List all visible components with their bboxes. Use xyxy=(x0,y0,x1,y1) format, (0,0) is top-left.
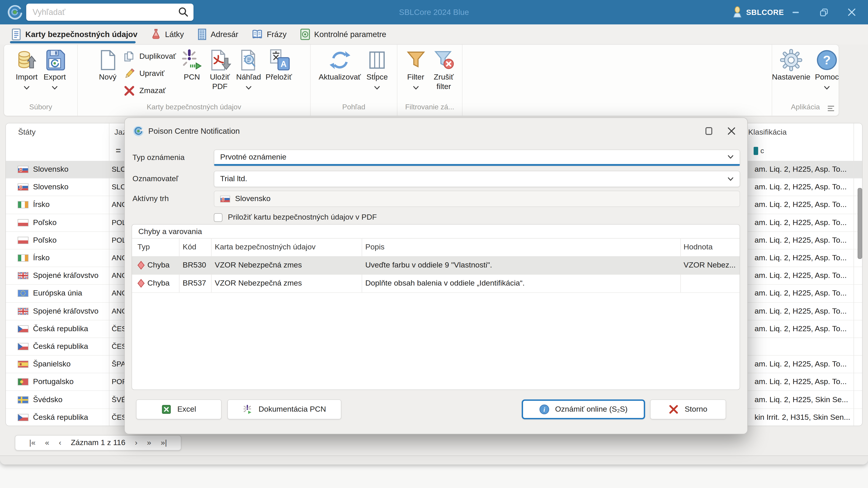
filter-clear-icon xyxy=(432,48,456,72)
tab-label: Karty bezpečnostných údajov xyxy=(25,30,137,39)
dialog-close-button[interactable] xyxy=(727,127,736,135)
classification-cell: am. Liq. 2, H225, Asp. To... xyxy=(754,289,847,298)
ie-flag-icon xyxy=(18,254,29,262)
pcn-documentation-button[interactable]: Dokumentácia PCN xyxy=(227,399,341,419)
last-record-button[interactable]: »| xyxy=(161,438,167,447)
ribbon-button-label2: filter xyxy=(436,82,451,91)
ribbon-button-save-pdf[interactable]: UložiťPDF xyxy=(206,48,234,91)
country-cell: Spojené kráľovstvo xyxy=(33,271,98,280)
ribbon-button-refresh[interactable]: Aktualizovať xyxy=(316,48,363,82)
delete-icon xyxy=(124,85,135,97)
tab-control-parameters[interactable]: Kontrolné parametre xyxy=(300,29,386,40)
svg-text:i: i xyxy=(544,406,545,413)
ribbon-button-label: Export xyxy=(43,72,66,82)
ribbon-button-filter[interactable]: Filter xyxy=(402,48,430,88)
search-input[interactable] xyxy=(26,7,178,17)
field-notifier[interactable]: Trial ltd. xyxy=(214,171,740,187)
error-column-divider xyxy=(680,238,681,292)
ribbon-button-help[interactable]: ?Pomoc xyxy=(813,48,841,88)
ribbon-button-preview[interactable]: Náhľad xyxy=(234,48,264,88)
titlebar: SBLCore 2024 Blue SBLCORE xyxy=(0,0,868,24)
duplicate-icon xyxy=(124,51,135,62)
field-active-market[interactable]: Slovensko xyxy=(214,191,740,207)
tab-safety-data-sheets[interactable]: Karty bezpečnostných údajov xyxy=(12,28,137,40)
ribbon-spacer xyxy=(463,45,772,116)
ribbon-button-duplicate[interactable]: Duplikovať xyxy=(124,51,176,62)
chevron-down-icon xyxy=(24,84,30,88)
error-table-header: TypKódKarta bezpečnostných údajovPopisHo… xyxy=(132,238,740,257)
ribbon-toolbar: Import ExportSúbory Nový Duplikovať Upra… xyxy=(4,44,839,116)
first-record-button[interactable]: |« xyxy=(29,438,35,447)
ribbon-button-import[interactable]: Import xyxy=(13,48,41,88)
prev-record-button[interactable]: ‹ xyxy=(59,438,61,447)
error-column-header: Popis xyxy=(365,242,384,252)
menu-lines-icon[interactable] xyxy=(827,105,835,112)
ribbon-button-delete[interactable]: Zmazať xyxy=(124,85,176,97)
ribbon-button-label: Duplikovať xyxy=(140,52,176,61)
notify-online-button[interactable]: iOznámiť online (S₂S) xyxy=(522,399,645,419)
record-pager: |« « ‹ Záznam 1 z 116 › » »| xyxy=(15,435,181,451)
ribbon-button-label2: PDF xyxy=(212,82,228,91)
error-row[interactable]: ChybaBR530VZOR Nebezpečná zmesUveďte far… xyxy=(132,256,740,275)
next-record-button[interactable]: › xyxy=(135,438,137,447)
vertical-scrollbar[interactable] xyxy=(858,188,862,259)
ribbon-button-label: Import xyxy=(16,72,37,82)
tab-label: Frázy xyxy=(267,30,287,39)
ribbon-group-items: Nový Duplikovať Upraviť Zmazať PCN Uloži… xyxy=(78,45,310,103)
country-cell: Česká republika xyxy=(33,342,88,351)
tab-phrases[interactable]: Frázy xyxy=(252,29,287,40)
search-box[interactable] xyxy=(26,4,193,21)
maximize-button[interactable] xyxy=(819,8,828,17)
ribbon-button-settings[interactable]: Nastavenie xyxy=(770,48,813,82)
tab-address-book[interactable]: Adresár xyxy=(197,29,239,40)
field-notification-type[interactable]: Prvotné oznámenie xyxy=(214,150,740,166)
preview-icon xyxy=(237,48,260,72)
forward-button[interactable]: » xyxy=(147,438,151,447)
ribbon-button-label: Aktualizovať xyxy=(319,72,361,82)
field-value: Trial ltd. xyxy=(220,174,247,184)
classification-cell: am. Liq. 2, H225, Asp. To... xyxy=(754,218,847,227)
ribbon-button-clear-filter[interactable]: Zrušiťfilter xyxy=(430,48,458,91)
ribbon-button-new[interactable]: Nový xyxy=(94,48,122,82)
country-cell: Španielsko xyxy=(33,360,70,369)
ribbon-button-label: Pomoc xyxy=(815,72,839,82)
app-logo-icon xyxy=(7,4,23,20)
ribbon-button-label: Nastavenie xyxy=(772,72,810,82)
chevron-down-icon xyxy=(246,84,252,88)
dialog-logo-icon xyxy=(133,126,144,136)
country-cell: Portugalsko xyxy=(33,378,74,387)
column-header-staty[interactable]: Štáty xyxy=(18,128,36,137)
search-icon[interactable] xyxy=(178,7,189,18)
ribbon-button-pcn[interactable]: PCN xyxy=(178,48,206,82)
column-divider xyxy=(109,123,110,426)
field-value: Prvotné oznámenie xyxy=(220,153,286,162)
ribbon-button-label: Stĺpce xyxy=(366,72,388,82)
cancel-button[interactable]: Storno xyxy=(650,399,726,419)
ribbon-button-translate[interactable]: APřeložiť xyxy=(264,48,294,82)
dialog-maximize-button[interactable] xyxy=(705,127,713,135)
excel-button[interactable]: Excel xyxy=(136,399,221,419)
country-cell: Švédsko xyxy=(33,395,62,404)
error-column-divider xyxy=(179,238,180,292)
checkbox-box[interactable] xyxy=(214,213,222,222)
close-button[interactable] xyxy=(847,8,856,17)
error-row[interactable]: ChybaBR537VZOR Nebezpečná zmesDoplňte ob… xyxy=(132,274,740,293)
window-controls xyxy=(791,0,868,24)
attach-pdf-checkbox[interactable]: Priložiť kartu bezpečnostných údajov v P… xyxy=(214,213,377,222)
ribbon-button-edit[interactable]: Upraviť xyxy=(124,68,176,79)
ribbon-button-export[interactable]: Export xyxy=(41,48,69,88)
column-header-klasifikacia[interactable]: Klasifikácia xyxy=(748,128,786,137)
equals-filter-icon[interactable]: = xyxy=(116,146,121,156)
country-cell: Slovensko xyxy=(33,183,68,192)
classification-cell: am. Liq. 2, H225, Skin Se... xyxy=(754,395,848,404)
account-button[interactable]: SBLCORE xyxy=(732,0,784,24)
record-counter: Záznam 1 z 116 xyxy=(71,438,125,447)
ribbon-stack: Duplikovať Upraviť Zmazať xyxy=(122,48,178,97)
tab-substances[interactable]: Látky xyxy=(151,29,184,40)
minimize-button[interactable] xyxy=(791,8,800,17)
ribbon-group-items: Filter Zrušiťfilter xyxy=(397,45,462,103)
contains-filter[interactable]: c xyxy=(754,147,764,155)
ribbon-button-columns[interactable]: Stĺpce xyxy=(363,48,391,88)
rewind-button[interactable]: « xyxy=(45,438,49,447)
ribbon-group-items: Import Export xyxy=(4,45,77,103)
